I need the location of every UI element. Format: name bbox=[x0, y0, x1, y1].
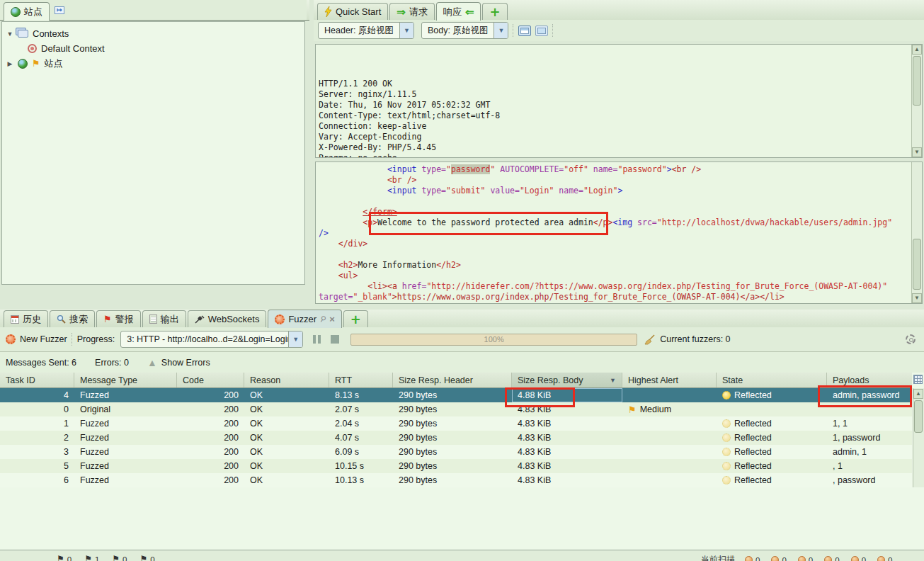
fuzzer-progress-combo[interactable]: 3: HTTP - http://localho..d=2&Login=Logi… bbox=[120, 331, 303, 348]
tab-output-label: 输出 bbox=[161, 313, 179, 326]
stop-button[interactable] bbox=[331, 335, 339, 344]
tab-history[interactable]: 历史 bbox=[4, 310, 48, 327]
tab-output[interactable]: 输出 bbox=[142, 310, 186, 327]
export-context-button[interactable]: ↦ bbox=[55, 6, 64, 14]
flag-icon: ⚑ bbox=[112, 555, 120, 561]
cell-rtt: 2.07 s bbox=[329, 402, 393, 416]
table-row[interactable]: 4 Fuzzed 200 OK 8.13 s 290 bytes 4.88 Ki… bbox=[0, 388, 912, 402]
chevron-down-icon[interactable]: ▼ bbox=[6, 30, 13, 38]
scroll-up-icon[interactable]: ▲ bbox=[912, 45, 922, 55]
col-header-payloads[interactable]: Payloads bbox=[827, 373, 912, 387]
col-header-size-resp-header[interactable]: Size Resp. Header bbox=[393, 373, 512, 387]
cell-reason: OK bbox=[244, 459, 329, 473]
tab-fuzzer-label: Fuzzer bbox=[288, 314, 316, 324]
body-view-value: Body: 原始视图 bbox=[422, 25, 494, 37]
scan-count-item[interactable]: 0 bbox=[877, 556, 892, 561]
tree-item-sites-label: 站点 bbox=[45, 57, 63, 70]
tab-sites[interactable]: 站点 bbox=[4, 2, 50, 21]
scrollbar-thumb[interactable] bbox=[914, 400, 923, 433]
close-icon[interactable]: × bbox=[329, 314, 335, 324]
tab-quick-start[interactable]: Quick Start bbox=[317, 3, 388, 20]
tab-websockets[interactable]: WebSockets bbox=[188, 310, 267, 327]
pin-icon[interactable]: ⚲ bbox=[319, 314, 328, 324]
cell-code: 200 bbox=[177, 416, 244, 431]
cell-task-id: 0 bbox=[0, 402, 74, 416]
alert-count-item[interactable]: ⚑ 0 bbox=[140, 555, 155, 561]
tree-item-contexts-label: Contexts bbox=[33, 28, 69, 39]
tab-search[interactable]: 搜索 bbox=[50, 310, 95, 327]
alert-count-item[interactable]: ⚑ 1 bbox=[84, 555, 99, 561]
col-header-highest-alert[interactable]: Highest Alert bbox=[622, 373, 717, 387]
scrollbar-thumb[interactable] bbox=[913, 56, 921, 106]
col-header-code[interactable]: Code bbox=[177, 373, 244, 387]
response-header-pane: HTTP/1.1 200 OKServer: nginx/1.11.5Date:… bbox=[315, 44, 923, 158]
globe-icon bbox=[11, 7, 21, 17]
cell-size-resp-header: 290 bytes bbox=[393, 445, 512, 459]
cell-state: Reflected bbox=[717, 459, 827, 473]
cell-payloads: , 1 bbox=[827, 459, 912, 473]
table-row[interactable]: 3 Fuzzed 200 OK 6.09 s 290 bytes 4.83 Ki… bbox=[0, 445, 912, 459]
lightning-icon bbox=[324, 6, 332, 17]
cell-state: Reflected bbox=[717, 445, 827, 459]
new-fuzzer-button[interactable]: New Fuzzer bbox=[20, 334, 67, 344]
scroll-up-icon[interactable]: ▲ bbox=[913, 389, 923, 399]
tab-alerts-label: 警报 bbox=[115, 313, 134, 326]
col-header-rtt[interactable]: RTT bbox=[329, 373, 393, 387]
split-layout-button[interactable] bbox=[518, 26, 531, 36]
add-response-tab-button[interactable]: + bbox=[482, 3, 507, 20]
cell-highest-alert: ⚑ bbox=[622, 473, 717, 487]
header-view-combo[interactable]: Header: 原始视图 ▼ bbox=[318, 22, 414, 39]
zap-window: { "top_left_tabs": { "sites": "站点" }, "t… bbox=[0, 0, 924, 561]
table-scrollbar[interactable]: ▲ bbox=[913, 388, 924, 487]
table-row[interactable]: 5 Fuzzed 200 OK 10.15 s 290 bytes 4.83 K… bbox=[0, 459, 912, 473]
reflected-state-icon bbox=[722, 462, 731, 470]
body-view-combo[interactable]: Body: 原始视图 ▼ bbox=[421, 22, 508, 39]
cell-size-resp-body: 4.83 KiB bbox=[512, 445, 622, 459]
tab-fuzzer[interactable]: Fuzzer ⚲ × bbox=[268, 310, 341, 328]
table-row[interactable]: 1 Fuzzed 200 OK 2.04 s 290 bytes 4.83 Ki… bbox=[0, 416, 912, 431]
table-options-button[interactable] bbox=[913, 375, 923, 384]
scan-count-item[interactable]: 0 bbox=[851, 556, 866, 561]
scan-type-icon bbox=[798, 556, 806, 561]
cell-message-type: Fuzzed bbox=[74, 473, 177, 487]
scan-count-item[interactable]: 0 bbox=[824, 556, 839, 561]
scan-count-item[interactable]: 0 bbox=[745, 556, 760, 561]
show-errors-toggle[interactable]: ▲ Show Errors bbox=[147, 358, 210, 368]
scrollbar-thumb[interactable] bbox=[913, 239, 921, 290]
col-header-message-type[interactable]: Message Type bbox=[74, 373, 177, 387]
col-header-task-id[interactable]: Task ID bbox=[0, 373, 74, 387]
tree-item-sites[interactable]: ▶ ⚑ 站点 bbox=[2, 56, 304, 71]
scroll-down-icon[interactable]: ▼ bbox=[912, 147, 922, 157]
cell-size-resp-body: 4.83 KiB bbox=[512, 402, 622, 416]
col-header-state[interactable]: State bbox=[717, 373, 827, 387]
globe-icon bbox=[18, 59, 28, 69]
full-layout-button[interactable] bbox=[535, 26, 548, 36]
scroll-down-icon[interactable]: ▼ bbox=[912, 293, 922, 303]
table-row[interactable]: 0 Original 200 OK 2.07 s 290 bytes 4.83 … bbox=[0, 402, 912, 416]
pause-button[interactable] bbox=[313, 335, 321, 344]
scan-count-item[interactable]: 0 bbox=[798, 556, 813, 561]
table-row[interactable]: 6 Fuzzed 200 OK 10.13 s 290 bytes 4.83 K… bbox=[0, 473, 912, 487]
tree-item-contexts[interactable]: ▼ Contexts bbox=[2, 26, 304, 41]
alert-count-item[interactable]: ⚑ 0 bbox=[57, 555, 72, 561]
tab-alerts[interactable]: ⚑ 警报 bbox=[96, 310, 141, 327]
chevron-right-icon[interactable]: ▶ bbox=[6, 60, 13, 67]
alert-count-item[interactable]: ⚑ 0 bbox=[112, 555, 127, 561]
chevron-down-icon: ▼ bbox=[288, 332, 302, 347]
scan-count-item[interactable]: 0 bbox=[771, 556, 786, 561]
add-bottom-tab-button[interactable]: + bbox=[343, 310, 368, 327]
tab-response[interactable]: 响应 ⇐ bbox=[436, 2, 481, 21]
cell-payloads bbox=[827, 402, 912, 416]
cell-task-id: 5 bbox=[0, 459, 74, 473]
body-scrollbar[interactable]: ▼ bbox=[911, 162, 922, 303]
table-row[interactable]: 2 Fuzzed 200 OK 4.07 s 290 bytes 4.83 Ki… bbox=[0, 431, 912, 445]
gear-icon[interactable] bbox=[906, 334, 916, 344]
plug-icon bbox=[195, 315, 205, 324]
col-header-reason[interactable]: Reason bbox=[244, 373, 329, 387]
tree-item-default-context[interactable]: Default Context bbox=[2, 41, 304, 56]
col-header-size-resp-body[interactable]: Size Resp. Body ▼ bbox=[512, 373, 622, 387]
tab-request[interactable]: ⇒ 请求 bbox=[389, 3, 435, 20]
header-scrollbar[interactable]: ▲ ▼ bbox=[911, 45, 922, 157]
fuzzer-progress-bar: 100% bbox=[350, 334, 637, 346]
cell-state bbox=[717, 402, 827, 416]
